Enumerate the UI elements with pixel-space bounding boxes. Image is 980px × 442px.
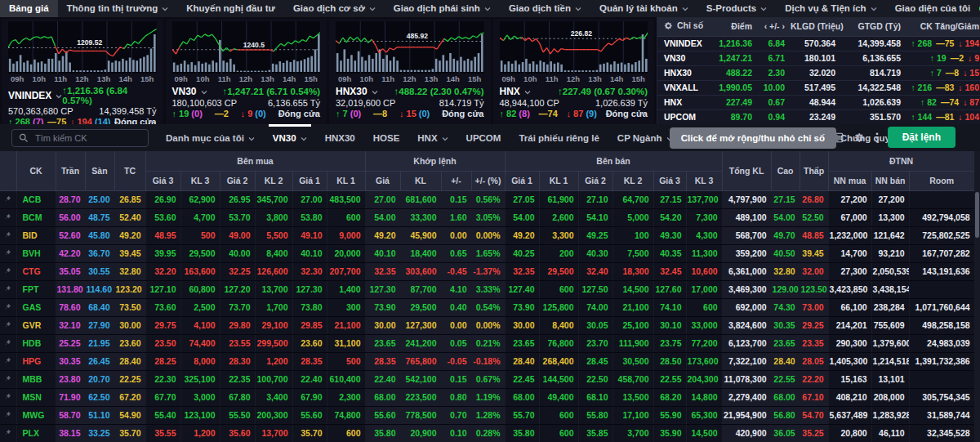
header-match-vol[interactable]: KL [400, 171, 441, 190]
chart-symbol-selector[interactable]: HNX [500, 86, 531, 97]
pin-icon[interactable] [0, 190, 16, 208]
index-header-klgd[interactable]: KLGD (Triệu) [790, 17, 840, 36]
table-row-BID[interactable]: BID52.6045.8049.2048.9550049.005,50049.1… [0, 226, 974, 244]
tab-upcom[interactable]: UPCOM [457, 124, 510, 151]
index-row-UPCOM[interactable]: UPCOM89.700.9423.249351.570↑ 144—81↓ 104 [657, 109, 980, 124]
header-sell-price3[interactable]: Giá 3 [653, 171, 686, 190]
cell-foreign-room: 305,754,345 [909, 388, 974, 406]
pin-icon[interactable] [0, 352, 16, 370]
table-row-HPG[interactable]: HPG30.3526.4528.4028.258,00028.301,20028… [0, 352, 974, 370]
header-buy-price3[interactable]: Giá 3 [145, 171, 180, 190]
chart-symbol-selector[interactable]: VNINDEX [8, 90, 62, 101]
pin-icon[interactable] [0, 244, 16, 262]
header-buy-vol3[interactable]: KL 3 [180, 171, 220, 190]
table-row-ACB[interactable]: ACB28.7025.0026.8526.9062,90026.95345,70… [0, 190, 974, 208]
header-sell-price1[interactable]: Giá 1 [505, 171, 539, 190]
header-sell-vol2[interactable]: KL 2 [612, 171, 653, 190]
tab-danh-m-c-c-a-t-i[interactable]: Danh mục của tôi [157, 124, 264, 151]
table-row-MWG[interactable]: MWG58.7051.1054.9055.40123,10055.50200,3… [0, 406, 974, 424]
index-row-HNX30[interactable]: HNX30488.222.3032.020814.719↑ 7—8↓ 15 [657, 65, 980, 80]
menu-item-3[interactable]: Khuyến nghị đầu tư [177, 0, 284, 17]
menu-item-6[interactable]: Giao dịch tiền [500, 0, 590, 17]
index-header-gtgd[interactable]: GTGD (Tỷ) [840, 17, 906, 36]
header-buy-price2[interactable]: Giá 2 [220, 171, 255, 190]
pin-icon[interactable] [0, 298, 16, 316]
settings-gear-icon[interactable] [854, 132, 865, 143]
menu-item-4[interactable]: Giao dịch cơ sở [284, 0, 385, 17]
menu-item-2[interactable]: Thông tin thị trường [58, 0, 178, 17]
pin-icon[interactable] [0, 334, 16, 352]
table-row-BVH[interactable]: BVH42.2036.7039.4539.9529,50040.008,4004… [0, 244, 974, 262]
pin-icon[interactable] [0, 388, 16, 406]
search-input[interactable] [33, 132, 141, 144]
pin-icon[interactable] [0, 424, 16, 442]
menu-item-9[interactable]: Dịch vụ & Tiện ích [776, 0, 885, 17]
pin-icon[interactable] [0, 370, 16, 388]
vertical-scrollbar[interactable] [974, 151, 980, 442]
header-ceiling[interactable]: Trần [56, 151, 85, 190]
pin-icon[interactable] [0, 316, 16, 334]
table-row-GVR[interactable]: GVR32.1027.9030.0029.754,10029.8029,1002… [0, 316, 974, 334]
header-buy-vol1[interactable]: KL 1 [327, 171, 365, 190]
index-header-change[interactable]: ‹ +/- › [757, 17, 790, 36]
header-total-volume[interactable]: Tổng KL [722, 151, 771, 190]
table-row-CTG[interactable]: CTG35.0530.5532.8032.20163,60032.25126,6… [0, 262, 974, 280]
tab-tr-i-phi-u-ri-ng-l-[interactable]: Trái phiếu riêng lẻ [510, 124, 608, 151]
header-foreign-room[interactable]: Room [909, 171, 974, 190]
pin-icon[interactable] [0, 280, 16, 298]
index-row-VNINDEX[interactable]: VNINDEX1,216.366.84570.36414,399.458↑ 26… [657, 36, 980, 51]
pin-icon[interactable] [0, 208, 16, 226]
gear-icon[interactable] [664, 21, 673, 32]
index-header-point[interactable]: Điểm [710, 17, 757, 36]
place-order-button[interactable]: Đặt lệnh [888, 127, 956, 148]
index-row-VNXALL[interactable]: VNXALL1,990.0510.00517.49514,322.548↑ 21… [657, 80, 980, 95]
table-row-PLX[interactable]: PLX38.1533.2535.7035.551,20035.6013,7003… [0, 424, 974, 442]
pin-icon[interactable] [0, 406, 16, 424]
header-sell-vol3[interactable]: KL 3 [686, 171, 722, 190]
kebab-menu-icon[interactable] [875, 132, 879, 144]
menu-item-1[interactable]: Bảng giá [0, 0, 58, 17]
menu-item-5[interactable]: Giao dịch phái sinh [385, 0, 500, 17]
header-match-price[interactable]: Giá [365, 171, 400, 190]
header-high[interactable]: Cao [771, 151, 800, 190]
chart-symbol-selector[interactable]: VN30 [172, 86, 207, 97]
tab-vn30[interactable]: VN30 [264, 124, 316, 151]
tab-hnx30[interactable]: HNX30 [316, 124, 364, 151]
index-row-HNX[interactable]: HNX227.490.6748.9441,026.639↑ 82—74↓ 87 [657, 95, 980, 109]
index-header-updown[interactable]: CK Tăng/Giảm [906, 17, 980, 36]
table-row-MSN[interactable]: MSN71.9062.5067.2067.703,00067.803,40067… [0, 388, 974, 406]
menu-item-10[interactable]: Giao diện của tôi [886, 0, 980, 17]
table-row-HDB[interactable]: HDB25.2521.9523.6023.5074,40023.55299,50… [0, 334, 974, 352]
menu-item-7[interactable]: Quản lý tài khoản [590, 0, 697, 17]
pin-icon[interactable] [0, 262, 16, 280]
header-buy-vol2[interactable]: KL 2 [255, 171, 292, 190]
header-sell-vol1[interactable]: KL 1 [539, 171, 578, 190]
cell-sell-vol1: 268,400 [539, 352, 578, 370]
index-row-VN30[interactable]: VN301,247.216.71180.1016,136.655↑ 19—2↓ … [657, 51, 980, 65]
tab-hose[interactable]: HOSE [364, 124, 409, 151]
chart-symbol-selector[interactable]: HNX30 [336, 86, 378, 97]
header-match-change-pct[interactable]: +/- (%) [471, 171, 505, 190]
pin-icon[interactable] [0, 226, 16, 244]
search-box[interactable] [11, 129, 149, 147]
table-row-BCM[interactable]: BCM56.0048.7552.4053.604,70053.703,80053… [0, 208, 974, 226]
tab-hnx[interactable]: HNX [408, 124, 457, 151]
header-foreign-buy[interactable]: NN mua [828, 171, 871, 190]
header-low[interactable]: Thấp [800, 151, 828, 190]
chart-x-axis: 09h10h11h12h13h14h15h [336, 74, 484, 85]
scrollbar-thumb[interactable] [975, 192, 979, 238]
header-match-change[interactable]: +/- [441, 171, 471, 190]
chart-breadth-row: ↑ 82 (8)—74↓ 87 (9)Đóng cửa [500, 109, 648, 120]
menu-item-8[interactable]: S-Products [697, 0, 776, 17]
table-row-GAS[interactable]: GAS78.6068.4073.5073.602,50073.701,70073… [0, 298, 974, 316]
header-reference[interactable]: TC [114, 151, 145, 190]
header-ck[interactable]: CK [16, 151, 56, 190]
table-row-MBB[interactable]: MBB23.8020.7022.2522.30325,10022.35100,7… [0, 370, 974, 388]
header-buy-price1[interactable]: Giá 1 [292, 171, 327, 190]
index-header-symbol[interactable]: Chỉ số [657, 17, 710, 36]
cell-floor: 68.40 [85, 298, 114, 316]
header-sell-price2[interactable]: Giá 2 [578, 171, 612, 190]
table-row-FPT[interactable]: FPT131.80114.60123.20127.1060,800127.201… [0, 280, 974, 298]
header-floor[interactable]: Sàn [85, 151, 114, 190]
header-foreign-sell[interactable]: NN bán [871, 171, 909, 190]
